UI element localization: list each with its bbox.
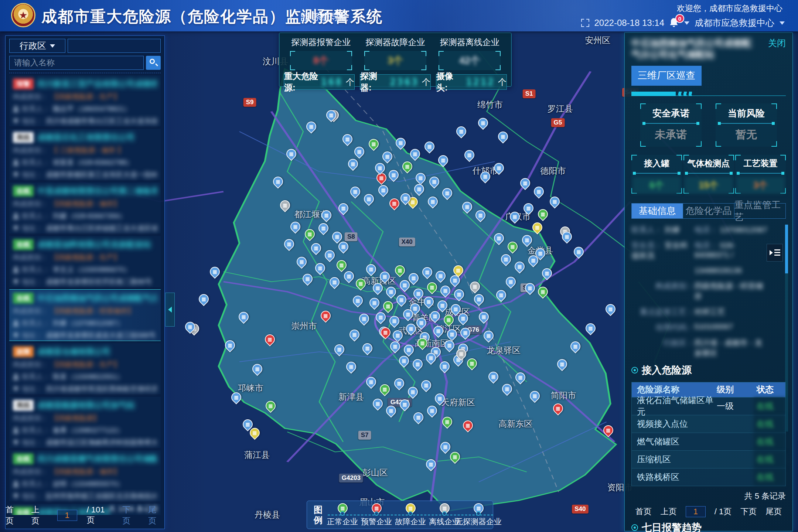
building-icon: ▦ [389, 171, 398, 179]
counter-unit: 个 [422, 76, 430, 88]
category-value: 【四级危险源 - 储存】 [51, 199, 120, 209]
page-prev-button[interactable]: 上页 [31, 504, 48, 526]
company-list-item[interactable]: 报警 四川新某工贸产品有限公司成都危化品仓储中心 构成类别： 【四级危险源 - … [9, 75, 161, 126]
system-nav-button[interactable]: 系统导航 [301, 11, 348, 23]
detail-tab[interactable]: 危险化学品 [683, 204, 734, 218]
counter-unit: 个 [346, 76, 354, 88]
map-legend-item[interactable]: ▦ 正常企业 [325, 503, 359, 527]
page-first-button[interactable]: 首页 [635, 506, 652, 517]
building-icon: ▦ [558, 360, 566, 368]
building-icon: ▦ [396, 266, 404, 274]
building-icon: ▦ [395, 379, 403, 388]
map-legend-item[interactable]: ▦ 故障企业 [393, 503, 427, 527]
page-prev-button[interactable]: 上页 [661, 506, 677, 517]
page-number-input[interactable]: 1 [57, 510, 77, 521]
hazard-table-row[interactable]: 液化石油气储罐区单元 一级 在线 [632, 397, 785, 415]
company-list-item[interactable]: 在线 四川成都某燃气有限责任公司储配站 构成类别： 【四级危险源 - 储存】 联… [9, 450, 161, 501]
fullscreen-icon[interactable] [581, 19, 589, 27]
stat-card-label: 探测器离线企业 [433, 37, 507, 48]
building-icon: ▦ [465, 151, 474, 159]
hazard-name: 铁路栈桥区 [632, 471, 717, 483]
device-stat-box: 气体检测点 15个 [683, 155, 734, 194]
building-icon: ▦ [376, 164, 384, 172]
location-icon [13, 332, 19, 338]
building-icon: ▦ [464, 421, 472, 430]
scrollbar-track[interactable] [785, 225, 788, 432]
map-legend-item[interactable]: ▦ 无探测器企业 [461, 503, 495, 527]
building-icon: ▦ [303, 274, 312, 283]
building-icon: ▦ [287, 150, 296, 158]
detail-title: 中石油西南油气田公司成都配气分公司化气储配站 [631, 37, 757, 61]
building-icon: ▦ [457, 127, 466, 136]
counter-box: 摄像头: 1212 个 [436, 74, 507, 90]
hazard-name: 液化石油气储罐区单元 [632, 395, 717, 417]
notification-bell-button[interactable]: 0 [669, 18, 679, 28]
building-icon: ▦ [526, 284, 534, 292]
page-next-button[interactable]: 下页 [740, 506, 757, 517]
page-number-input[interactable]: 1 [686, 506, 706, 517]
page-last-button[interactable]: 尾页 [765, 506, 782, 517]
page-first-button[interactable]: 首页 [6, 504, 22, 526]
info-pair: 电话： 028-84088371 / [695, 240, 770, 261]
panel-collapse-button[interactable] [767, 244, 783, 262]
bullet-radio-icon [631, 367, 638, 374]
building-icon: ▦ [468, 359, 476, 368]
contact-label: 联系人： [22, 318, 50, 328]
building-icon: ▦ [431, 312, 439, 320]
contact-label: 联系人： [22, 211, 50, 221]
district-value-field[interactable] [68, 39, 161, 53]
company-list-item[interactable]: 在线 中某成都有限责任公司第二储备库 构成类别： 【四级危险源 - 储存】 联系… [9, 183, 161, 233]
company-list-item[interactable]: 离线 成都某石化工有限责任公司 构成类别： 【 三级危险源 - 储存 】 联系人… [9, 129, 161, 180]
building-icon: ▦ [379, 186, 388, 194]
map-place-label: 罗江县 [548, 103, 573, 114]
address-label: 地址： [22, 491, 43, 501]
map-place-label: 蒲江县 [244, 449, 270, 461]
company-list-item[interactable]: 离线 成都某能源有限公司加气站 构成类别： 【四级危险源】 联系人： 秦勇（13… [9, 397, 161, 448]
sidebar-collapse-handle[interactable] [165, 293, 175, 327]
info-row: 构成类别： 四级危险源 - 经营储存 [631, 281, 770, 301]
divider [634, 173, 680, 174]
building-icon: ▦ [350, 330, 359, 339]
info-row: 重点监管工艺： 对焊工艺 [631, 307, 770, 317]
hazard-table-row[interactable]: 压缩机区 在线 [632, 450, 785, 468]
building-icon: ▦ [499, 132, 507, 141]
contact-label: 联系人： [22, 426, 50, 435]
map-place-label: 新津县 [338, 391, 364, 403]
org-account-dropdown[interactable]: 成都市应急救援中心 [695, 17, 774, 29]
page-next-button[interactable]: 下页 [122, 504, 139, 526]
close-button[interactable]: 关闭 [768, 37, 786, 49]
search-input[interactable] [9, 56, 144, 70]
page-last-button[interactable]: 尾页 [148, 504, 164, 526]
chevron-down-icon[interactable] [684, 21, 689, 25]
plant-3d-tour-button[interactable]: 三维厂区巡查 [631, 66, 702, 86]
chevron-left-icon [168, 307, 172, 313]
scrollbar-thumb[interactable] [785, 225, 788, 273]
district-filter-dropdown[interactable]: 行政区 [9, 39, 65, 53]
hazard-level: 一级 [717, 400, 754, 412]
contact-value: 秦勇（13980277122） [53, 426, 124, 435]
hazard-table-row[interactable]: 铁路栈桥区 在线 [632, 468, 785, 486]
page-total-label: / 101页 [87, 505, 113, 526]
chevron-down-icon[interactable] [780, 21, 785, 25]
building-icon: ▦ [539, 287, 547, 296]
map-legend-item[interactable]: ▦ 预警企业 [359, 503, 393, 527]
enterprise-sidebar: 行政区 报警 四川新某工贸产品有限公司成都危化品仓储中心 构成类别： [5, 35, 165, 529]
company-list-item[interactable]: 故障 成都某仓储有限公司 构成类别： 【四级危险源 - 生产】 联系人： 陈某（… [9, 343, 161, 394]
search-button[interactable] [146, 56, 161, 70]
hazard-table: 危险源名称 级别 状态 液化石油气储罐区单元 一级 在线 视频接入点位 在线 [631, 382, 786, 486]
decorative-divider [631, 92, 786, 96]
info-value: 四级危险源 - 经营储存 [694, 281, 770, 301]
building-icon: ▦ [250, 429, 259, 437]
hazard-table-row[interactable]: 燃气储罐区 在线 [632, 433, 785, 450]
system-nav-label: 系统导航 [313, 11, 348, 23]
building-icon: ▦ [481, 172, 490, 181]
divider [737, 173, 784, 174]
person-icon [13, 106, 19, 112]
detail-tab[interactable]: 重点监管工艺 [734, 204, 785, 218]
map-place-label: 德阳市 [540, 165, 566, 176]
detail-tab[interactable]: 基础信息 [632, 204, 683, 218]
status-badge: 故障 [13, 346, 34, 357]
building-icon: ▦ [430, 177, 439, 186]
company-list-item[interactable]: 在线 成都某油料有限公司龙泉配送站 构成类别： 【四级危险源 - 生产】 联系人… [9, 236, 161, 287]
company-list-item[interactable]: 在线 中石油西南油气田公司成都配气分公司化气储配站 构成类别： 【四级危险源 -… [9, 290, 161, 341]
